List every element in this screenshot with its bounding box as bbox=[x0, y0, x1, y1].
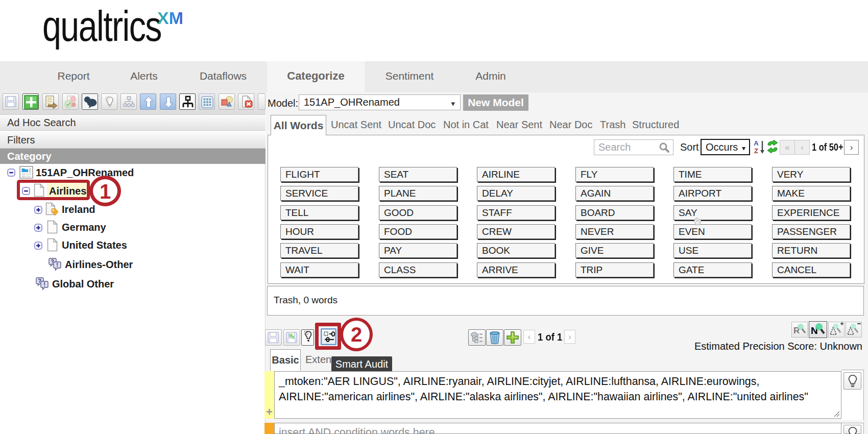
svg-text:Z: Z bbox=[754, 147, 758, 155]
svg-text:A: A bbox=[754, 139, 759, 147]
svg-text:!: ! bbox=[56, 262, 58, 268]
svg-text:!: ! bbox=[43, 281, 45, 287]
